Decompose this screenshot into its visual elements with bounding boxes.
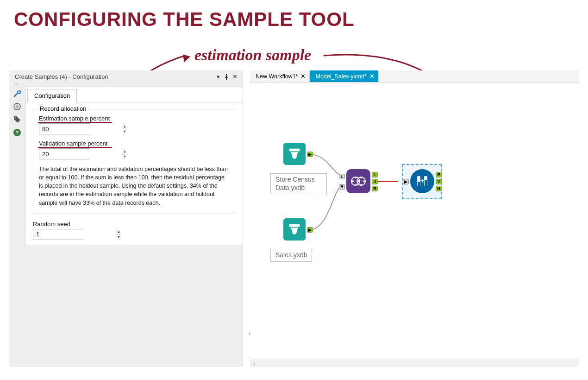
seed-label: Random seed	[33, 221, 235, 228]
config-window-title: Create Samples (4) - Configuration	[15, 73, 213, 80]
fieldset-legend: Record allocation	[38, 105, 88, 112]
join-anchor-out-r[interactable]: R	[370, 185, 378, 191]
config-sidebar: ?	[9, 87, 25, 245]
join-anchor-in-r[interactable]: R	[339, 184, 346, 190]
validation-spinner[interactable]: ▲ ▼	[39, 148, 90, 159]
sample-anchor-out-v[interactable]: V	[434, 178, 442, 184]
dropdown-icon[interactable]: ▾	[215, 74, 221, 80]
svg-point-10	[355, 184, 357, 186]
tab-configuration[interactable]: Configuration	[27, 89, 77, 102]
spinner-up-icon[interactable]: ▲	[117, 229, 120, 235]
join-anchor-out-l[interactable]: L	[370, 171, 378, 177]
svg-rect-15	[425, 180, 427, 186]
spinner-up-icon[interactable]: ▲	[123, 149, 126, 154]
page-title: CONFIGURING THE SAMPLE TOOL	[14, 8, 355, 31]
join-tool[interactable]	[346, 169, 370, 193]
spinner-down-icon[interactable]: ▼	[123, 129, 126, 134]
config-titlebar: Create Samples (4) - Configuration ▾ ✕	[9, 70, 243, 83]
config-window: Create Samples (4) - Configuration ▾ ✕ ⋯…	[9, 70, 243, 367]
spinner-down-icon[interactable]: ▼	[123, 154, 126, 159]
svg-point-11	[360, 184, 362, 186]
close-icon[interactable]: ✕	[231, 74, 238, 80]
workflow-canvas[interactable]: ▶ Store Census Data.yxdb ▶ Sales.yxdb L …	[250, 82, 579, 351]
workflow-container: New Workflow1* ✕ Model_Sales.yxmd* ✕ ▶ S…	[250, 70, 579, 367]
validation-input[interactable]	[39, 149, 123, 159]
svg-point-6	[357, 180, 359, 182]
wrench-icon[interactable]	[12, 89, 22, 99]
output-anchor[interactable]: ▶	[306, 151, 313, 157]
horizontal-scrollbar[interactable]: ‹	[250, 359, 579, 367]
sample-anchor-in[interactable]: ▶	[403, 178, 410, 184]
estimation-spinner[interactable]: ▲ ▼	[39, 123, 90, 134]
estimation-label: Estimation sample percent	[39, 115, 229, 122]
workflow-tab-new[interactable]: New Workflow1* ✕	[250, 70, 310, 82]
workflow-tabs: New Workflow1* ✕ Model_Sales.yxmd* ✕	[250, 70, 579, 82]
create-samples-tool[interactable]: +	[410, 169, 434, 193]
nav-icon[interactable]	[12, 101, 22, 112]
svg-point-8	[355, 177, 357, 178]
drag-handle[interactable]: ⋯	[9, 83, 243, 87]
seed-input[interactable]	[33, 229, 117, 240]
svg-point-9	[360, 177, 362, 178]
svg-text:?: ?	[16, 130, 19, 135]
tag-icon[interactable]	[12, 114, 22, 125]
annotation-estimation: estimation sample	[194, 46, 311, 64]
pin-icon[interactable]	[223, 74, 230, 80]
input-tool-sales[interactable]	[283, 218, 306, 241]
svg-text:+: +	[420, 177, 424, 184]
svg-rect-13	[418, 182, 420, 186]
close-icon[interactable]: ✕	[300, 73, 306, 80]
svg-point-5	[352, 180, 354, 182]
help-icon[interactable]: ?	[12, 127, 22, 138]
svg-point-7	[363, 180, 365, 182]
scroll-left-icon[interactable]: ‹	[250, 359, 258, 367]
help-text: The total of the estimation and validati…	[39, 165, 229, 207]
spinner-down-icon[interactable]: ▼	[117, 234, 120, 240]
input-tool-store-census[interactable]	[283, 143, 306, 165]
workflow-tab-model-sales[interactable]: Model_Sales.yxmd* ✕	[310, 70, 378, 82]
close-icon[interactable]: ✕	[369, 73, 375, 80]
join-anchor-in-l[interactable]: L	[339, 173, 346, 179]
config-content: Configuration Record allocation Estimati…	[25, 87, 243, 245]
validation-label: Validation sample percent	[39, 140, 229, 147]
output-anchor[interactable]: ▶	[306, 227, 313, 233]
estimation-input[interactable]	[39, 124, 123, 134]
seed-spinner[interactable]: ▲ ▼	[33, 229, 84, 240]
node-label-store-census: Store Census Data.yxdb	[270, 173, 327, 194]
tab-label: New Workflow1*	[256, 73, 298, 80]
sample-anchor-out-h[interactable]: H	[434, 185, 442, 191]
join-anchor-out-j[interactable]: J	[370, 178, 378, 184]
tab-label: Model_Sales.yxmd*	[315, 73, 366, 80]
node-label-sales: Sales.yxdb	[270, 249, 312, 262]
record-allocation-fieldset: Record allocation Estimation sample perc…	[33, 109, 235, 214]
sample-anchor-out-e[interactable]: E	[434, 171, 442, 177]
spinner-up-icon[interactable]: ▲	[123, 124, 126, 129]
